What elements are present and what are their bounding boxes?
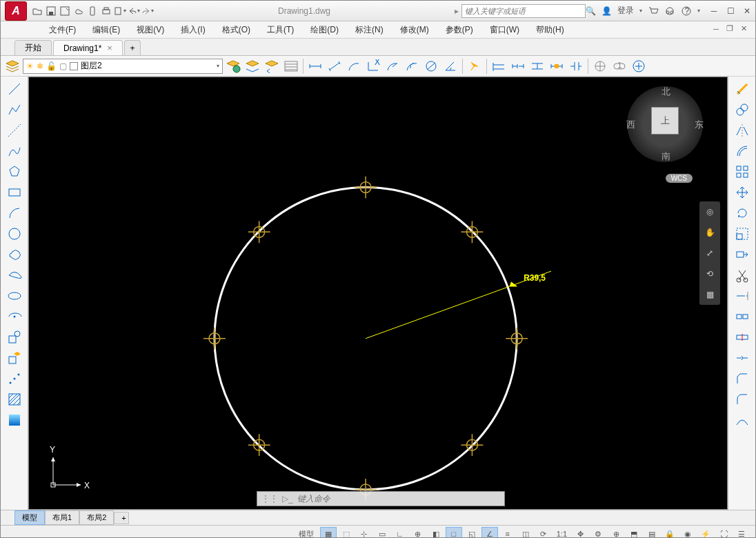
steering-wheel-icon[interactable]: ◎: [702, 204, 717, 219]
model-space-button[interactable]: 模型: [294, 527, 319, 538]
circle-tool[interactable]: [4, 224, 25, 243]
3dosnap-button[interactable]: ◱: [464, 527, 480, 538]
help-dropdown-icon[interactable]: ▾: [697, 8, 700, 14]
ortho-button[interactable]: ∟: [392, 527, 408, 538]
tab-new-button[interactable]: +: [124, 40, 141, 55]
ellipse-tool[interactable]: [4, 286, 25, 306]
rectangle-tool[interactable]: [4, 183, 25, 202]
menu-format[interactable]: 格式(O): [215, 22, 257, 38]
construction-line-tool[interactable]: [4, 121, 25, 140]
workspace-button[interactable]: ⚙: [590, 527, 606, 538]
minimize-button[interactable]: ─: [706, 5, 722, 17]
dim-angular-button[interactable]: [441, 57, 459, 75]
menu-parametric[interactable]: 参数(P): [439, 22, 480, 38]
menu-modify[interactable]: 修改(M): [393, 22, 436, 38]
open-icon[interactable]: [31, 5, 43, 17]
sub-minimize-button[interactable]: ─: [710, 23, 722, 34]
layer-list-button[interactable]: [282, 57, 300, 75]
transparency-button[interactable]: ◫: [517, 527, 534, 538]
blend-tool[interactable]: [732, 410, 753, 430]
orbit-icon[interactable]: ⟲: [702, 266, 717, 281]
layout-tab-1[interactable]: 布局1: [45, 510, 79, 525]
print-icon[interactable]: [100, 5, 112, 17]
layer-match-button[interactable]: [243, 57, 261, 75]
layer-dropdown-icon[interactable]: ▾: [217, 63, 219, 69]
hardware-accel-button[interactable]: ⚡: [697, 527, 714, 538]
dim-radius-button[interactable]: [384, 57, 401, 75]
layout-tab-model[interactable]: 模型: [14, 510, 45, 525]
wcs-badge[interactable]: WCS: [666, 174, 693, 183]
dim-diameter-button[interactable]: [422, 57, 440, 75]
saveas-icon[interactable]: [59, 5, 71, 17]
redo-icon[interactable]: ▾: [141, 5, 154, 17]
save-icon[interactable]: [45, 5, 57, 17]
hatch-tool[interactable]: [4, 390, 25, 409]
move-tool[interactable]: [732, 183, 753, 202]
layer-combo[interactable]: ☀ ❄ 🔓 ▢ 图层2 ▾: [23, 59, 223, 74]
offset-tool[interactable]: [732, 141, 753, 161]
break-tool[interactable]: [732, 307, 753, 326]
menu-edit[interactable]: 编辑(E): [86, 22, 127, 38]
quick-dim-button[interactable]: [466, 57, 484, 75]
close-button[interactable]: ✕: [739, 5, 755, 17]
otrack-button[interactable]: ∠: [481, 527, 498, 538]
inspect-button[interactable]: 1: [610, 57, 628, 75]
dim-continue-button[interactable]: [509, 57, 527, 75]
spline-fit-tool[interactable]: [4, 266, 25, 285]
gradient-tool[interactable]: [4, 410, 25, 430]
viewcube-south[interactable]: 南: [662, 150, 670, 163]
dim-arc-button[interactable]: [345, 57, 363, 75]
undo-icon[interactable]: ▾: [128, 5, 140, 17]
viewcube-west[interactable]: 西: [626, 119, 635, 131]
mirror-tool[interactable]: [732, 121, 753, 140]
layer-previous-button[interactable]: [263, 57, 281, 75]
mobile-icon[interactable]: [86, 5, 99, 17]
dim-baseline-button[interactable]: [490, 57, 508, 75]
lineweight-button[interactable]: ≡: [499, 527, 516, 538]
menu-insert[interactable]: 插入(I): [174, 22, 212, 38]
menu-draw[interactable]: 绘图(D): [304, 22, 346, 38]
polygon-tool[interactable]: [4, 162, 25, 181]
join-tool[interactable]: [732, 348, 753, 368]
extend-tool[interactable]: [732, 286, 753, 306]
polyline-tool[interactable]: [4, 100, 25, 119]
viewcube[interactable]: 上 北 南 东 西: [624, 83, 706, 166]
point-tool[interactable]: [4, 369, 25, 388]
spline-tool[interactable]: [4, 141, 25, 161]
dim-aligned-button[interactable]: [326, 57, 344, 75]
cloud-icon[interactable]: [72, 5, 85, 17]
help-icon[interactable]: ?: [681, 6, 692, 16]
app-switcher-icon[interactable]: [664, 6, 675, 16]
tab-close-icon[interactable]: ×: [107, 43, 112, 53]
grid-button[interactable]: ▦: [320, 527, 337, 538]
annotation-monitor-button[interactable]: ⊕: [608, 527, 624, 538]
command-line[interactable]: ⋮⋮ ▷_: [257, 491, 505, 506]
erase-tool[interactable]: [732, 79, 753, 99]
insert-block-tool[interactable]: [4, 328, 25, 347]
menu-view[interactable]: 视图(V): [130, 22, 171, 38]
isodraft-button[interactable]: ◧: [428, 527, 444, 538]
menu-help[interactable]: 帮助(H): [529, 22, 571, 38]
sub-close-button[interactable]: ✕: [737, 23, 750, 34]
search-input[interactable]: [461, 4, 586, 18]
polar-button[interactable]: ⊕: [410, 527, 426, 538]
tolerance-button[interactable]: [567, 57, 585, 75]
dim-space-button[interactable]: [528, 57, 546, 75]
login-dropdown-icon[interactable]: ▾: [639, 8, 642, 14]
dim-jogged-button[interactable]: [403, 57, 421, 75]
command-input[interactable]: [297, 494, 500, 504]
units-button[interactable]: ⬒: [626, 527, 642, 538]
rotate-tool[interactable]: [732, 203, 753, 223]
chamfer-tool[interactable]: [732, 369, 753, 388]
arc-tool[interactable]: [4, 203, 25, 223]
login-label[interactable]: 登录: [617, 5, 634, 17]
lock-ui-button[interactable]: 🔒: [662, 527, 678, 538]
copy-tool[interactable]: [732, 100, 753, 119]
add-button[interactable]: [630, 57, 648, 75]
viewcube-north[interactable]: 北: [662, 86, 670, 98]
app-logo[interactable]: A: [5, 1, 27, 21]
osnap-button[interactable]: □: [446, 527, 462, 538]
tab-drawing1[interactable]: Drawing1*×: [53, 40, 123, 55]
cmd-handle-icon[interactable]: ⋮⋮: [261, 494, 278, 504]
menu-window[interactable]: 窗口(W): [483, 22, 526, 38]
